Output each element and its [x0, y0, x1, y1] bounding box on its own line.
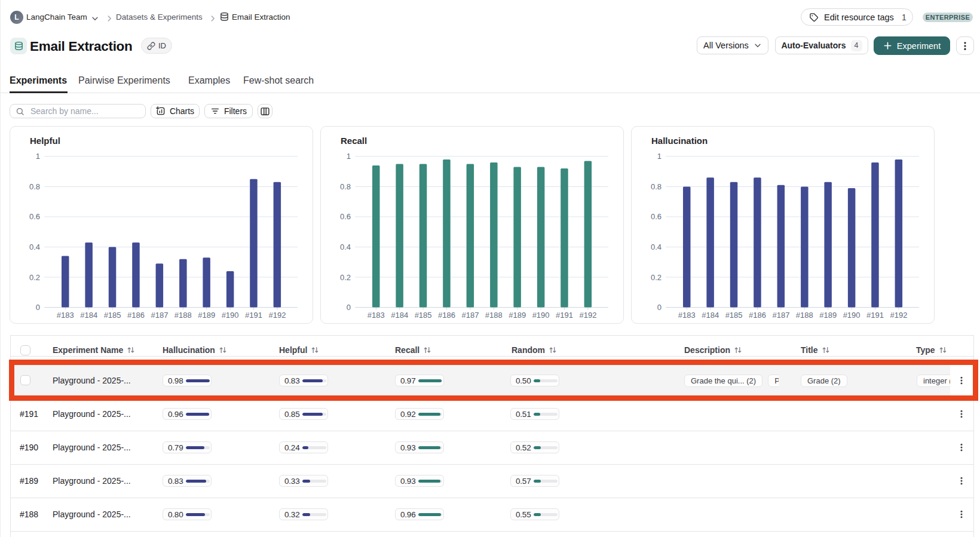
- svg-text:#186: #186: [127, 311, 145, 320]
- svg-text:0: 0: [347, 303, 351, 312]
- svg-text:#189: #189: [198, 311, 215, 320]
- svg-text:Helpful: Helpful: [30, 136, 60, 146]
- svg-text:0: 0: [657, 303, 662, 312]
- svg-text:0.6: 0.6: [651, 212, 662, 221]
- svg-text:0.2: 0.2: [651, 273, 662, 282]
- svg-text:#184: #184: [391, 311, 408, 320]
- svg-text:0.4: 0.4: [340, 243, 351, 251]
- svg-text:#185: #185: [415, 311, 432, 320]
- svg-text:#183: #183: [57, 311, 74, 320]
- svg-text:#191: #191: [245, 311, 262, 320]
- svg-text:#187: #187: [461, 311, 479, 320]
- svg-text:0.6: 0.6: [340, 212, 351, 221]
- svg-text:0.8: 0.8: [340, 182, 351, 191]
- svg-text:1: 1: [347, 152, 351, 161]
- svg-text:0.8: 0.8: [29, 182, 40, 191]
- svg-text:Recall: Recall: [341, 136, 367, 146]
- svg-text:#188: #188: [796, 311, 813, 320]
- svg-text:Hallucination: Hallucination: [651, 136, 708, 146]
- svg-text:#188: #188: [174, 311, 192, 320]
- svg-text:#184: #184: [80, 311, 97, 320]
- svg-text:#189: #189: [509, 311, 526, 320]
- svg-text:#192: #192: [890, 311, 907, 320]
- svg-text:#187: #187: [772, 311, 789, 320]
- svg-text:#190: #190: [532, 311, 550, 320]
- svg-text:#190: #190: [222, 311, 239, 320]
- svg-text:0.8: 0.8: [651, 182, 662, 191]
- svg-text:#190: #190: [843, 311, 860, 320]
- svg-text:#186: #186: [438, 311, 455, 320]
- svg-text:#192: #192: [268, 311, 286, 320]
- svg-text:1: 1: [36, 152, 40, 161]
- svg-text:#183: #183: [678, 311, 696, 320]
- svg-text:0.6: 0.6: [29, 212, 40, 221]
- svg-text:#186: #186: [749, 311, 766, 320]
- svg-text:#189: #189: [819, 311, 837, 320]
- svg-text:#187: #187: [151, 311, 168, 320]
- svg-text:#185: #185: [104, 311, 121, 320]
- svg-text:#185: #185: [725, 311, 743, 320]
- svg-text:0.2: 0.2: [29, 273, 40, 282]
- svg-text:#184: #184: [702, 311, 719, 320]
- svg-text:0.4: 0.4: [651, 243, 662, 251]
- svg-text:#183: #183: [368, 311, 385, 320]
- svg-text:#188: #188: [485, 311, 503, 320]
- svg-text:0.4: 0.4: [29, 243, 40, 251]
- svg-text:0.2: 0.2: [340, 273, 351, 282]
- svg-text:0: 0: [36, 303, 40, 312]
- svg-text:1: 1: [657, 152, 662, 161]
- svg-text:#192: #192: [579, 311, 596, 320]
- svg-text:#191: #191: [556, 311, 573, 320]
- svg-text:#191: #191: [866, 311, 884, 320]
